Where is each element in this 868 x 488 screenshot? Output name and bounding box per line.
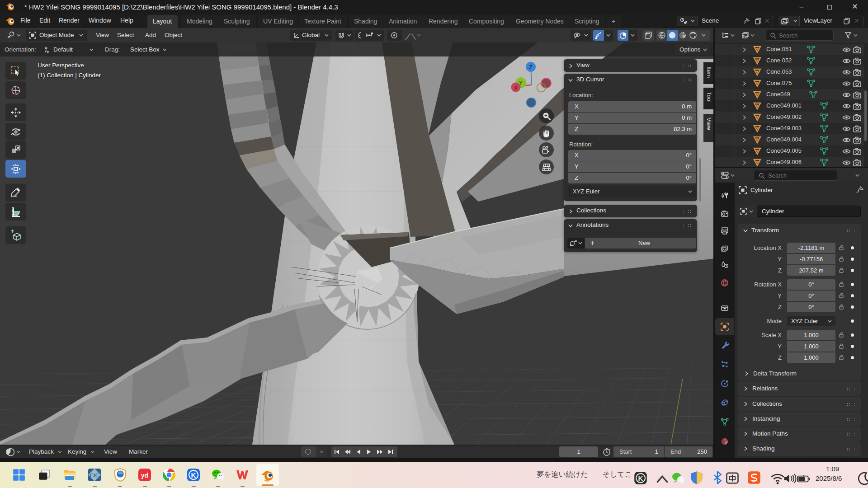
svg-text:K: K [191, 471, 196, 479]
svg-text:CtC: CtC [90, 472, 99, 479]
svg-text:X: X [514, 85, 518, 90]
svg-text:K: K [638, 474, 643, 482]
svg-text:yd: yd [141, 472, 148, 479]
svg-text:Z: Z [529, 64, 532, 70]
